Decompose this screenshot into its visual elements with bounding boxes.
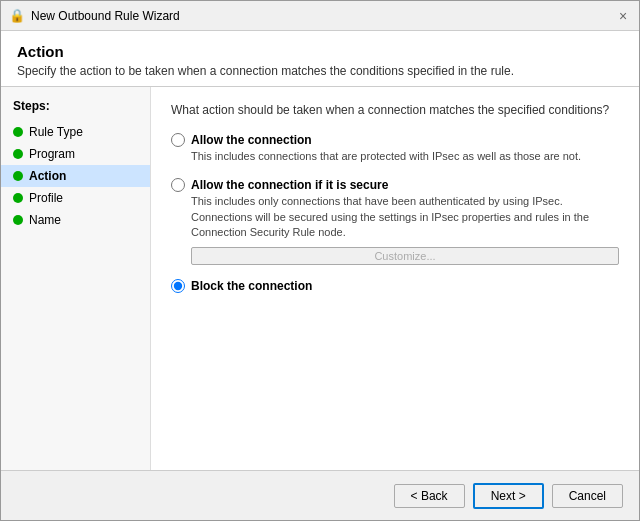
step-dot-name	[13, 215, 23, 225]
radio-block[interactable]	[171, 279, 185, 293]
next-button[interactable]: Next >	[473, 483, 544, 509]
steps-title: Steps:	[1, 99, 150, 121]
option-block: Block the connection	[171, 279, 619, 293]
content-question: What action should be taken when a conne…	[171, 103, 619, 117]
title-bar-left: 🔒 New Outbound Rule Wizard	[9, 8, 180, 24]
step-dot-profile	[13, 193, 23, 203]
sidebar-item-action[interactable]: Action	[1, 165, 150, 187]
step-dot-program	[13, 149, 23, 159]
title-bar-text: New Outbound Rule Wizard	[31, 9, 180, 23]
radio-row-block: Block the connection	[171, 279, 619, 293]
sidebar-item-profile[interactable]: Profile	[1, 187, 150, 209]
cancel-button[interactable]: Cancel	[552, 484, 623, 508]
option-allow-secure: Allow the connection if it is secure Thi…	[171, 178, 619, 264]
radio-allow[interactable]	[171, 133, 185, 147]
wizard-window: 🔒 New Outbound Rule Wizard × Action Spec…	[0, 0, 640, 521]
radio-row-allow-secure: Allow the connection if it is secure	[171, 178, 619, 192]
step-dot-rule-type	[13, 127, 23, 137]
radio-label-allow-secure[interactable]: Allow the connection if it is secure	[191, 178, 388, 192]
steps-panel: Steps: Rule Type Program Action Profile …	[1, 87, 151, 470]
customize-button[interactable]: Customize...	[191, 247, 619, 265]
page-title: Action	[17, 43, 623, 60]
option-allow: Allow the connection This includes conne…	[171, 133, 619, 164]
sidebar-item-rule-type[interactable]: Rule Type	[1, 121, 150, 143]
radio-label-allow[interactable]: Allow the connection	[191, 133, 312, 147]
close-button[interactable]: ×	[615, 8, 631, 24]
dialog-body: Steps: Rule Type Program Action Profile …	[1, 87, 639, 470]
radio-row-allow: Allow the connection	[171, 133, 619, 147]
step-label-rule-type: Rule Type	[29, 125, 83, 139]
radio-desc-allow: This includes connections that are prote…	[191, 149, 619, 164]
step-label-profile: Profile	[29, 191, 63, 205]
radio-group: Allow the connection This includes conne…	[171, 133, 619, 293]
radio-label-block[interactable]: Block the connection	[191, 279, 312, 293]
step-dot-action	[13, 171, 23, 181]
step-label-name: Name	[29, 213, 61, 227]
dialog-footer: < Back Next > Cancel	[1, 470, 639, 520]
radio-allow-secure[interactable]	[171, 178, 185, 192]
content-panel: What action should be taken when a conne…	[151, 87, 639, 470]
step-label-action: Action	[29, 169, 66, 183]
dialog-header: Action Specify the action to be taken wh…	[1, 31, 639, 87]
title-bar: 🔒 New Outbound Rule Wizard ×	[1, 1, 639, 31]
sidebar-item-name[interactable]: Name	[1, 209, 150, 231]
page-description: Specify the action to be taken when a co…	[17, 64, 623, 78]
window-icon: 🔒	[9, 8, 25, 24]
step-label-program: Program	[29, 147, 75, 161]
radio-desc-allow-secure: This includes only connections that have…	[191, 194, 619, 240]
back-button[interactable]: < Back	[394, 484, 465, 508]
sidebar-item-program[interactable]: Program	[1, 143, 150, 165]
